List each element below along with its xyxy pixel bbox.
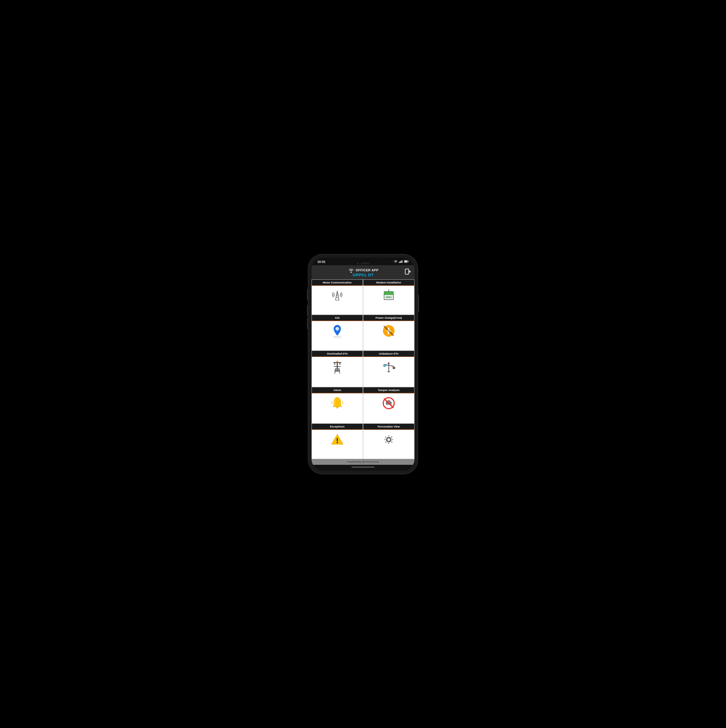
svg-text:!: !: [337, 361, 337, 362]
svg-text:GIS: GIS: [336, 328, 339, 330]
speaker: [361, 263, 369, 264]
svg-rect-19: [386, 297, 387, 298]
status-icons: ·: [392, 260, 409, 263]
app-title: OFFICER APP: [355, 268, 378, 272]
svg-rect-51: [337, 438, 338, 441]
phone-frame: 10:01 ·: [308, 254, 418, 474]
svg-line-40: [339, 372, 340, 374]
svg-rect-21: [389, 297, 390, 298]
modem-installation-icon: [380, 286, 397, 306]
wifi-icon: [394, 260, 398, 263]
status-bar: 10:01 ·: [311, 258, 415, 265]
svg-rect-32: [334, 363, 335, 365]
alerts-label: Alerts: [312, 387, 363, 393]
meter-communication-item[interactable]: Meter Communication: [311, 279, 363, 315]
phone-bottom-bar: [311, 465, 415, 471]
svg-rect-17: [384, 292, 394, 295]
svg-rect-36: [334, 366, 341, 367]
personalize-view-label: Personalize View: [363, 424, 414, 430]
app-footer: Powered By BCITS Pvt Ltd: [311, 459, 415, 465]
battery-icon: [404, 260, 409, 263]
tamper-analysis-label: Tamper Analysis: [363, 387, 414, 393]
signal-icon: [399, 260, 403, 263]
gis-label: GIS: [312, 315, 363, 321]
dot-icon: ·: [392, 260, 392, 263]
modem-installation-label: Modem Installation: [363, 280, 414, 286]
unbalance-dts-label: Unbalance DTs: [363, 351, 414, 357]
svg-rect-1: [400, 262, 400, 263]
svg-rect-10: [405, 269, 409, 274]
unbalance-dts-item[interactable]: Unbalance DTs: [363, 350, 415, 387]
camera: [357, 262, 359, 265]
exceptions-label: Exceptions: [312, 424, 363, 430]
svg-point-54: [387, 438, 390, 441]
svg-rect-34: [339, 363, 340, 365]
modem-installation-item[interactable]: Modem Installation: [363, 279, 415, 315]
meter-communication-icon: [329, 286, 346, 306]
notch-area: [357, 262, 369, 265]
tamper-analysis-icon: [380, 393, 397, 413]
app-subtitle: UPPCL DT: [353, 273, 374, 277]
alerts-icon: [329, 393, 346, 414]
power-outage-item[interactable]: Power Outage(Area): [363, 315, 415, 350]
power-outage-label: Power Outage(Area): [363, 315, 414, 321]
status-time: 10:01: [317, 260, 325, 263]
exceptions-icon: [329, 430, 346, 450]
menu-grid: Meter Communication: [311, 279, 415, 459]
svg-rect-6: [408, 261, 409, 262]
logout-button[interactable]: [405, 268, 411, 276]
phone-screen: 10:01 ·: [311, 258, 415, 471]
exceptions-item[interactable]: Exceptions: [311, 424, 363, 459]
svg-point-43: [388, 362, 390, 364]
meter-communication-label: Meter Communication: [312, 280, 363, 286]
personalize-view-item[interactable]: Personalize View: [363, 424, 415, 459]
svg-point-45: [394, 367, 395, 369]
unbalance-dts-icon: [380, 357, 397, 376]
overloaded-dts-item[interactable]: Overloaded DTs: [311, 350, 363, 387]
svg-line-39: [335, 372, 335, 374]
app-logo-row: OFFICER APP: [348, 268, 378, 273]
svg-rect-3: [401, 260, 402, 263]
svg-line-12: [337, 291, 339, 300]
gis-icon: GIS: [329, 321, 346, 341]
alerts-item[interactable]: Alerts: [311, 387, 363, 424]
svg-rect-46: [387, 372, 390, 372]
svg-rect-7: [405, 261, 407, 262]
home-indicator[interactable]: [351, 466, 375, 468]
app-logo-icon: [348, 268, 354, 273]
overloaded-dts-label: Overloaded DTs: [312, 351, 363, 357]
svg-rect-22: [390, 297, 391, 298]
svg-rect-4: [402, 260, 403, 263]
gis-item[interactable]: GIS GIS: [311, 315, 363, 350]
svg-rect-0: [399, 262, 400, 263]
overloaded-dts-icon: !: [329, 357, 346, 378]
tamper-analysis-item[interactable]: Tamper Analysis: [363, 387, 415, 424]
app-header: OFFICER APP UPPCL DT: [311, 265, 415, 279]
main-screen: Meter Communication: [311, 279, 415, 465]
svg-rect-20: [387, 296, 389, 298]
svg-point-47: [336, 406, 339, 408]
svg-point-52: [337, 442, 338, 444]
app-header-center: OFFICER APP UPPCL DT: [322, 268, 405, 277]
svg-point-24: [389, 289, 389, 290]
svg-rect-2: [401, 261, 401, 263]
svg-line-11: [336, 291, 337, 300]
footer-text: Powered By BCITS Pvt Ltd: [348, 460, 378, 463]
personalize-view-icon: [380, 430, 397, 450]
svg-rect-38: [334, 371, 340, 372]
power-outage-icon: [380, 321, 397, 341]
